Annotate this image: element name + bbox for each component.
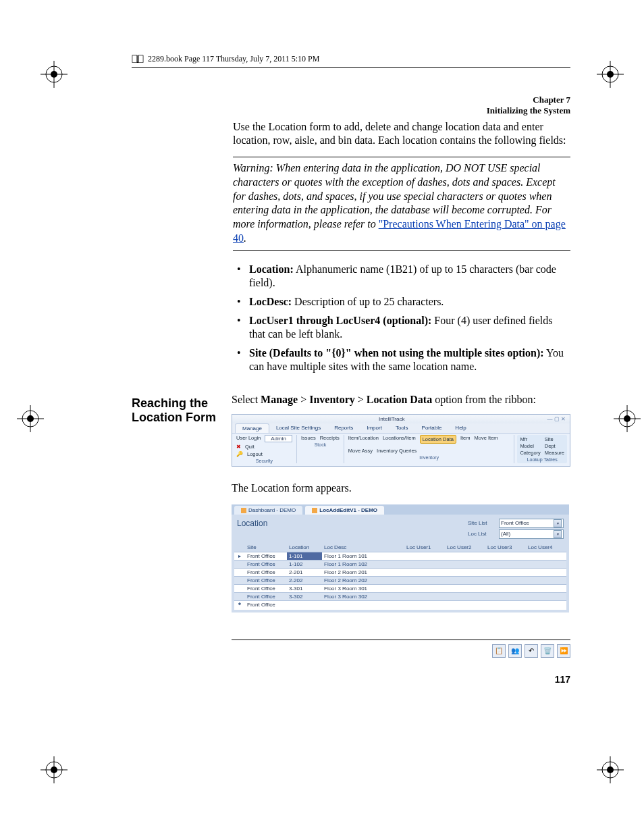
site-list-dropdown[interactable]: Front Office▾ [499,519,564,528]
inventory-item[interactable]: Move Assy [348,448,373,454]
svg-point-23 [607,766,614,773]
registration-mark-icon [17,405,44,432]
field-item: Location: Alphanumeric name (1B21) of up… [233,263,570,290]
inventory-group: Item/LocationLocations/ItemLocation Data… [347,435,515,463]
ribbon-tab[interactable]: Portable [415,423,449,433]
ribbon-tab[interactable]: Manage [235,423,269,433]
ribbon-tab[interactable]: Help [448,423,473,433]
toolbar-button[interactable]: 📋 [492,644,506,658]
svg-point-7 [607,71,614,78]
registration-mark-icon [597,61,624,88]
location-form-title: Location [237,519,267,528]
registration-mark-icon [41,61,68,88]
window-controls[interactable]: — ▢ ✕ [547,416,566,422]
lookup-item[interactable]: Site [545,436,564,442]
divider [232,640,570,640]
ribbon-tab[interactable]: Tools [389,423,415,433]
svg-point-3 [51,71,57,78]
warning-paragraph: Warning: When entering data in the appli… [233,161,570,246]
toolbar-button[interactable]: ⏩ [557,644,570,658]
loc-list-label: Loc List [468,531,495,537]
ribbon-tab[interactable]: Reports [327,423,360,433]
ribbon-tab[interactable]: Local Site Settings [269,423,327,433]
field-item: LocUser1 through LocUser4 (optional): Fo… [233,314,570,341]
lookup-item[interactable]: Model [520,443,540,449]
inventory-item[interactable]: Move Item [475,435,498,444]
chevron-down-icon: ▾ [554,519,562,527]
lookup-item[interactable]: Category [520,450,540,456]
fields-list: Location: Alphanumeric name (1B21) of up… [233,263,570,373]
toolbar-button[interactable]: 🗑️ [541,644,554,658]
book-icon [132,55,144,64]
divider [233,157,570,157]
table-row[interactable]: Front Office [234,600,566,610]
nav-instruction: Select Manage > Inventory > Location Dat… [232,394,570,406]
lookup-item[interactable]: Mfr [520,436,540,442]
stock-item[interactable]: Receipts [320,435,340,441]
ribbon-screenshot: IntelliTrack — ▢ ✕ ManageLocal Site Sett… [232,414,570,467]
registration-mark-icon [614,405,641,432]
site-list-label: Site List [468,520,495,526]
toolbar-button[interactable]: 👥 [508,644,522,658]
svg-point-11 [27,415,34,422]
form-tab[interactable]: LocAddEditV1 - DEMO [305,506,384,515]
location-grid-body: Front Office1-101Floor 1 Room 101Front O… [234,552,566,610]
registration-mark-icon [41,756,68,783]
column-header[interactable]: Loc User4 [526,543,566,552]
running-header: 2289.book Page 117 Thursday, July 7, 201… [132,54,570,68]
column-header[interactable]: Loc User1 [404,543,445,552]
user-login-dropdown[interactable]: Admin [265,435,292,442]
ribbon-tab[interactable]: Import [360,423,389,433]
page-number: 117 [555,674,570,685]
inventory-item[interactable]: Locations/Item [383,435,416,444]
svg-point-19 [51,766,57,773]
lookup-tables-group: MfrSiteModelDeptCategoryMeasure Lookup T… [517,435,567,463]
chapter-number: Chapter 7 [132,95,570,105]
chevron-down-icon: ▾ [554,530,562,538]
column-header[interactable]: Loc User2 [445,543,485,552]
column-header[interactable]: Location [287,543,322,552]
intro-paragraph: Use the Location form to add, delete and… [233,120,570,147]
table-row[interactable]: Front Office2-201Floor 2 Room 201 [234,568,566,576]
toolbar-button[interactable]: ↶ [525,644,538,658]
lookup-item[interactable]: Dept [545,443,564,449]
quit-button[interactable]: Quit [245,444,254,450]
chapter-title: Initializing the System [132,105,570,116]
stock-group: IssuesReceipts Stock [300,435,344,463]
table-row[interactable]: Front Office3-302Floor 3 Room 302 [234,592,566,600]
column-header[interactable]: Site [245,543,287,552]
field-item: Site (Defaults to "{0}" when not using t… [233,346,570,373]
section-heading: Reaching the Location Form [132,394,218,425]
form-appears-text: The Location form appears. [232,481,570,495]
column-header[interactable]: Loc User3 [485,543,526,552]
security-group: User Login Admin ✖Quit 🔑Logout Security [235,435,297,463]
table-row[interactable]: Front Office2-202Floor 2 Room 202 [234,576,566,584]
record-toolbar: 📋👥↶🗑️⏩ [232,644,570,658]
table-row[interactable]: Front Office3-301Floor 3 Room 301 [234,584,566,592]
location-form-screenshot: Dashboard - DEMOLocAddEditV1 - DEMO Loca… [232,504,569,613]
form-tab[interactable]: Dashboard - DEMO [234,506,302,515]
location-grid-header: SiteLocationLoc DescLoc User1Loc User2Lo… [234,543,566,552]
divider [233,250,570,251]
column-header[interactable] [234,543,245,552]
table-row[interactable]: Front Office1-101Floor 1 Room 101 [234,552,566,560]
inventory-item[interactable]: Inventory Queries [377,448,417,454]
registration-mark-icon [597,756,624,783]
header-text: 2289.book Page 117 Thursday, July 7, 201… [148,54,319,64]
table-row[interactable]: Front Office1-102Floor 1 Room 102 [234,560,566,568]
field-item: LocDesc: Description of up to 25 charact… [233,295,570,309]
ribbon-tabs: ManageLocal Site SettingsReportsImportTo… [232,423,570,433]
svg-point-15 [624,415,630,422]
app-title: IntelliTrack [379,416,404,422]
lookup-item[interactable]: Measure [545,450,564,456]
stock-item[interactable]: Issues [301,435,316,441]
logout-button[interactable]: Logout [247,451,263,457]
loc-list-dropdown[interactable]: (All)▾ [499,529,564,539]
inventory-item[interactable]: Item/Location [348,435,379,444]
inventory-item[interactable]: Item [460,435,471,444]
inventory-item[interactable]: Location Data [420,435,456,444]
column-header[interactable]: Loc Desc [322,543,404,552]
